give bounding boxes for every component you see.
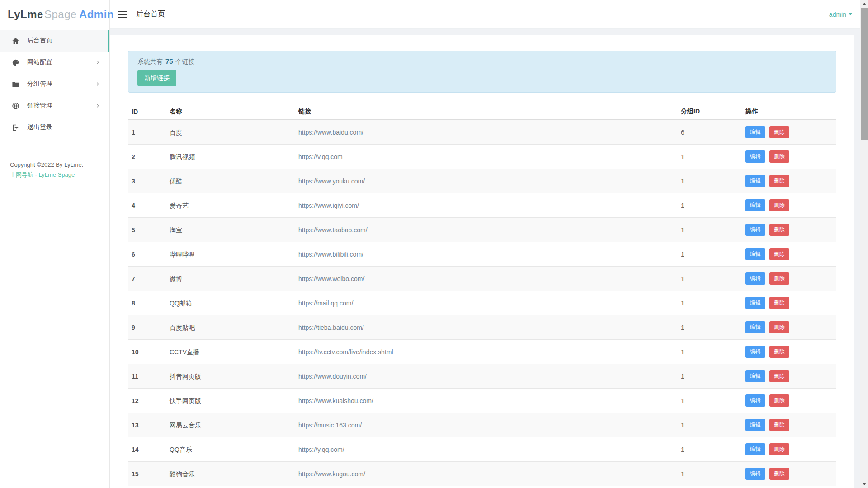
cell-name: 虎牙直播 — [166, 486, 295, 488]
table-row: 13 网易云音乐 https://music.163.com/ 1 编辑 删除 — [128, 413, 836, 437]
sidebar-item-label: 链接管理 — [27, 102, 52, 110]
delete-button[interactable]: 删除 — [769, 443, 789, 455]
edit-button[interactable]: 编辑 — [745, 272, 765, 285]
cell-group: 1 — [677, 462, 742, 486]
cell-group: 6 — [677, 120, 742, 145]
cell-url: https://mail.qq.com/ — [295, 291, 677, 315]
delete-button[interactable]: 删除 — [769, 468, 789, 480]
cell-group: 1 — [677, 145, 742, 169]
cell-id: 4 — [128, 193, 166, 218]
edit-button[interactable]: 编辑 — [745, 224, 765, 236]
edit-button[interactable]: 编辑 — [745, 321, 765, 333]
user-dropdown[interactable]: admin — [829, 11, 852, 18]
sidebar-item-logout[interactable]: 退出登录 — [0, 117, 109, 138]
delete-button[interactable]: 删除 — [769, 272, 789, 285]
cell-group: 1 — [677, 169, 742, 193]
hamburger-menu-icon[interactable] — [118, 11, 127, 18]
logout-icon — [12, 124, 19, 131]
palette-icon — [12, 59, 19, 66]
sidebar-nav: 后台首页 网站配置 分组管理 链接管理 — [0, 30, 109, 138]
cell-name: CCTV直播 — [166, 340, 295, 364]
delete-button[interactable]: 删除 — [769, 175, 789, 187]
sidebar-item-group-management[interactable]: 分组管理 — [0, 73, 109, 95]
cell-id: 10 — [128, 340, 166, 364]
delete-button[interactable]: 删除 — [769, 346, 789, 358]
sidebar: LyLme Spage Admin 后台首页 网站配置 分组管理 — [0, 0, 110, 488]
cell-group: 1 — [677, 291, 742, 315]
cell-name: 优酷 — [166, 169, 295, 193]
cell-url: https://www.taobao.com/ — [295, 218, 677, 242]
delete-button[interactable]: 删除 — [769, 394, 789, 407]
home-icon — [12, 37, 19, 45]
edit-button[interactable]: 编辑 — [745, 199, 765, 211]
edit-button[interactable]: 编辑 — [745, 394, 765, 407]
chevron-right-icon — [95, 103, 100, 108]
scrollbar-thumb[interactable] — [861, 8, 868, 140]
cell-name: 百度贴吧 — [166, 315, 295, 340]
cell-group: 1 — [677, 413, 742, 437]
cell-name: 微博 — [166, 267, 295, 291]
cell-id: 16 — [128, 486, 166, 488]
delete-button[interactable]: 删除 — [769, 370, 789, 382]
sidebar-item-dashboard[interactable]: 后台首页 — [0, 30, 109, 52]
scrollbar-down-arrow-icon[interactable] — [860, 480, 868, 488]
edit-button[interactable]: 编辑 — [745, 150, 765, 163]
table-row: 15 酷狗音乐 https://www.kugou.com/ 1 编辑 删除 — [128, 462, 836, 486]
cell-actions: 编辑 删除 — [742, 267, 836, 291]
sidebar-item-label: 分组管理 — [27, 80, 52, 88]
delete-button[interactable]: 删除 — [769, 419, 789, 431]
edit-button[interactable]: 编辑 — [745, 248, 765, 260]
table-row: 3 优酷 https://www.youku.com/ 1 编辑 删除 — [128, 169, 836, 193]
page-title: 后台首页 — [136, 9, 165, 19]
delete-button[interactable]: 删除 — [769, 199, 789, 211]
edit-button[interactable]: 编辑 — [745, 370, 765, 382]
sidebar-item-link-management[interactable]: 链接管理 — [0, 95, 109, 117]
footer-link-nav[interactable]: 上网导航 — [10, 171, 33, 178]
cell-url: https://www.bilibili.com/ — [295, 242, 677, 267]
cell-group: 1 — [677, 315, 742, 340]
cell-group: 1 — [677, 437, 742, 462]
edit-button[interactable]: 编辑 — [745, 443, 765, 455]
delete-button[interactable]: 删除 — [769, 321, 789, 333]
delete-button[interactable]: 删除 — [769, 297, 789, 309]
cell-url: https://www.kugou.com/ — [295, 462, 677, 486]
sidebar-item-label: 后台首页 — [27, 37, 52, 45]
logo-part-spage: Spage — [44, 8, 77, 21]
edit-button[interactable]: 编辑 — [745, 419, 765, 431]
cell-actions: 编辑 删除 — [742, 193, 836, 218]
username-label: admin — [829, 11, 846, 18]
vertical-scrollbar[interactable] — [860, 0, 868, 488]
delete-button[interactable]: 删除 — [769, 248, 789, 260]
cell-actions: 编辑 删除 — [742, 291, 836, 315]
table-row: 6 哔哩哔哩 https://www.bilibili.com/ 1 编辑 删除 — [128, 242, 836, 267]
delete-button[interactable]: 删除 — [769, 126, 789, 138]
cell-url: https://y.qq.com/ — [295, 437, 677, 462]
delete-button[interactable]: 删除 — [769, 150, 789, 163]
footer-link-separator: - — [33, 171, 39, 178]
table-row: 12 快手网页版 https://www.kuaishou.com/ 1 编辑 … — [128, 389, 836, 413]
column-header-id: ID — [128, 104, 166, 120]
edit-button[interactable]: 编辑 — [745, 297, 765, 309]
edit-button[interactable]: 编辑 — [745, 468, 765, 480]
delete-button[interactable]: 删除 — [769, 224, 789, 236]
edit-button[interactable]: 编辑 — [745, 126, 765, 138]
scrollbar-up-arrow-icon[interactable] — [860, 0, 868, 8]
logo-part-admin: Admin — [79, 8, 114, 21]
cell-url: https://www.kuaishou.com/ — [295, 389, 677, 413]
edit-button[interactable]: 编辑 — [745, 175, 765, 187]
footer-link-spage[interactable]: LyLme Spage — [39, 171, 75, 178]
cell-actions: 编辑 删除 — [742, 486, 836, 488]
cell-group: 1 — [677, 364, 742, 389]
add-link-button[interactable]: 新增链接 — [137, 70, 176, 86]
cell-url: https://www.baidu.com/ — [295, 120, 677, 145]
cell-group: 1 — [677, 267, 742, 291]
cell-actions: 编辑 删除 — [742, 145, 836, 169]
cell-id: 5 — [128, 218, 166, 242]
cell-actions: 编辑 删除 — [742, 462, 836, 486]
cell-id: 7 — [128, 267, 166, 291]
edit-button[interactable]: 编辑 — [745, 346, 765, 358]
cell-actions: 编辑 删除 — [742, 169, 836, 193]
cell-id: 12 — [128, 389, 166, 413]
logo-part-lylme: LyLme — [8, 8, 43, 21]
sidebar-item-site-config[interactable]: 网站配置 — [0, 52, 109, 73]
